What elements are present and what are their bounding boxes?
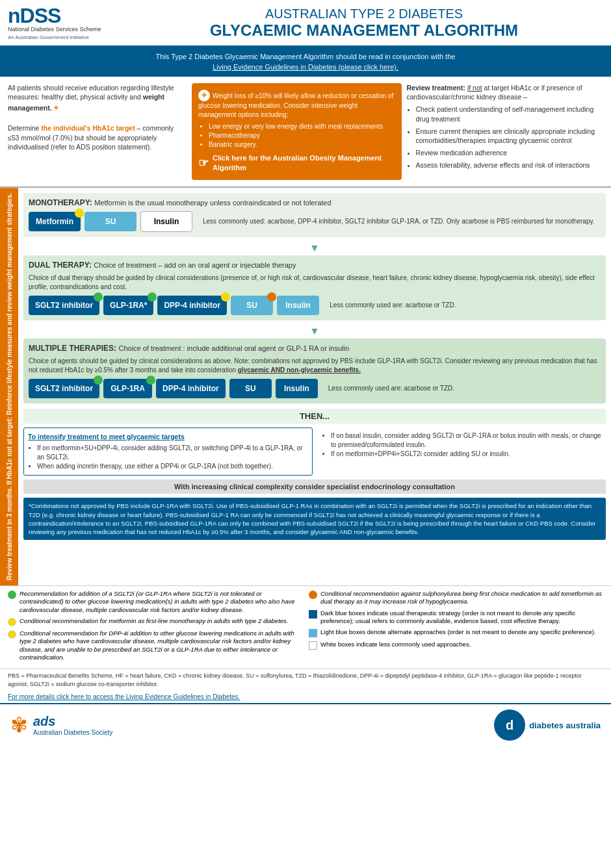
glp1ra-multi-dot [146,376,155,385]
ads-icon: ✾ [10,713,28,737]
legend-text-orange: Conditional recommendation against sulph… [320,590,603,606]
legend-section: Recommendation for addition of a SGLT2i … [0,585,611,669]
page-title-line2: GLYCAEMIC MANAGEMENT ALGORITHM [125,21,603,40]
da-circle: d [494,709,525,741]
obesity-link[interactable]: ☞ Click here for the Australian Obesity … [198,153,395,173]
info-right-panel: Review treatment: if not at target HbA1c… [407,83,604,180]
legend-dot-yellow2 [8,630,16,639]
dual-choice-text: Choice of dual therapy should be guided … [29,274,601,292]
legend-box-dark [309,610,317,619]
arrow-dual-multi: ▼ [23,326,606,337]
glp1ra-dot [148,292,157,301]
info-right-item2: Ensure current therapies are clinically … [416,127,604,146]
monotherapy-note: Less commonly used: acarbose, DPP-4 inhi… [196,217,601,226]
dual-therapy-title: DUAL THERAPY: Choice of treatment – add … [29,261,601,270]
page-title-block: AUSTRALIAN TYPE 2 DIABETES GLYCAEMIC MAN… [125,6,603,40]
info-right-item4: Assess tolerability, adverse effects and… [416,160,604,170]
legend-text-yellow: Conditional recommendation for metformin… [20,617,288,625]
ndss-logo-text: nDSS [8,5,112,26]
ndss-logo: nDSS National Diabetes Services Scheme A… [8,5,112,40]
legend-dot-orange [309,591,317,599]
info-center-panel: +Weight loss of ≥10% will likely allow a… [192,83,402,180]
monotherapy-title: MONOTHERAPY: Metformin is the usual mono… [29,198,601,207]
intensify-left-item1: If on metformin+SU+DPP-4i, consider addi… [37,444,308,462]
da-text: diabetes australia [529,721,601,731]
info-right-item1: Check patient understanding of self-mana… [416,105,604,123]
monotherapy-section: MONOTHERAPY: Metformin is the usual mono… [23,193,606,237]
ndss-gov-label: An Australian Government Initiative [8,34,112,40]
header: nDSS National Diabetes Services Scheme A… [0,0,611,47]
dual-therapy-section: DUAL THERAPY: Choice of treatment – add … [23,255,606,320]
algorithm-content: MONOTHERAPY: Metformin is the usual mono… [18,188,611,585]
side-label: Review treatment in 3 months. If HbA1c n… [0,188,18,585]
legend-left: Recommendation for addition of a SGLT2i … [8,590,302,665]
intensify-right-panel: If on basal insulin, consider adding SGL… [318,428,606,476]
ndss-full-name: National Diabetes Services Scheme [8,26,112,33]
legend-box-light [309,629,317,637]
notice-bar: This Type 2 Diabetes Glycaemic Managemen… [0,47,611,77]
info-left-para2: Determine the individual's HbA1c target … [8,123,187,152]
legend-item-white: White boxes indicate less commonly used … [309,641,603,650]
legend-right: Conditional recommendation against sulph… [309,590,603,665]
legend-dot-green [8,591,16,599]
info-center-list: Low energy or very low energy diets with… [209,122,395,149]
then-text: THEN... [26,411,603,421]
notice-text: This Type 2 Diabetes Glycaemic Managemen… [156,53,456,60]
legend-item-orange: Conditional recommendation against sulph… [309,590,603,606]
multi-drug-row: SGLT2 inhibitor GLP-1RA DPP-4 inhibitor … [29,379,601,398]
legend-text-lightblue: Light blue boxes denote alternate approa… [320,628,596,636]
drug-dpp4-multi: DPP-4 inhibitor [156,379,226,398]
legend-text-darkblue: Dark blue boxes indicate usual therapeut… [320,609,603,626]
info-right-title: Review treatment: if not at target HbA1c… [407,83,604,102]
info-center-item1: Low energy or very low energy diets with… [209,122,395,131]
multi-choice-text: Choice of agents should be guided by cli… [29,357,601,375]
drug-insulin-dual: Insulin [277,296,319,315]
ads-logo-block: ✾ ads Australian Diabetes Society [10,713,112,737]
metformin-dot [75,209,84,218]
page-title-line1: AUSTRALIAN TYPE 2 DIABETES [125,6,603,21]
drug-glp1ra-dual: GLP-1RA* [103,296,153,315]
complexity-bar: With increasing clinical complexity cons… [23,479,606,494]
drug-insulin-multi: Insulin [276,379,318,398]
info-left-para1: All patients should receive education re… [8,83,187,114]
drug-metformin: Metformin [29,212,81,231]
sglt2-multi-dot [94,376,103,385]
intensify-right-list: If on basal insulin, consider adding SGL… [331,431,602,459]
multi-note: Less commonly used are: acarbose or TZD. [322,384,601,393]
multiple-therapies-section: MULTIPLE THERAPIES: Choice of treatment … [23,338,606,403]
legend-text-green: Recommendation for addition of a SGLT2i … [20,590,302,614]
pbs-note: PBS = Pharmaceutical Benefits Scheme, HF… [0,669,611,691]
legend-text-yellow2: Conditional recommendation for DPP-4i ad… [20,630,302,661]
ads-text-block: ads Australian Diabetes Society [33,714,112,736]
info-section: All patients should receive education re… [0,77,611,188]
info-right-list: Check patient understanding of self-mana… [416,105,604,170]
drug-glp1ra-multi: GLP-1RA [103,379,152,398]
sglt2-dot [94,292,103,301]
main-content: Review treatment in 3 months. If HbA1c n… [0,188,611,585]
notice-link[interactable]: Living Evidence Guidelines in Diabetes (… [213,63,398,71]
drug-sglt2-multi: SGLT2 inhibitor [29,379,99,398]
arrow-mono-dual: ▼ [23,242,606,254]
then-box: THEN... [23,409,606,424]
footnote-block: *Combinations not approved by PBS includ… [23,498,606,540]
legend-item-yellow-mono: Conditional recommendation for metformin… [8,617,302,626]
multiple-therapies-title: MULTIPLE THERAPIES: Choice of treatment … [29,344,601,353]
intensify-left-panel: To intensify treatment to meet glycaemic… [23,428,313,476]
intensify-right-item2: If on metformin+DPP4i+SGLT2i consider ad… [331,450,602,459]
drug-su-dual: SU [231,296,273,315]
footer: ✾ ads Australian Diabetes Society d diab… [0,703,611,746]
intensify-left-item2: When adding incretin therapy, use either… [37,462,308,471]
legend-item-green: Recommendation for addition of a SGLT2i … [8,590,302,614]
drug-insulin-mono: Insulin [140,211,192,232]
drug-su-multi: SU [229,379,272,398]
ads-logo-symbol: ✾ [10,713,28,737]
info-center-item3: Bariatric surgery. [209,140,395,149]
dpp4-dot [221,292,230,301]
ads-full: Australian Diabetes Society [33,729,112,736]
ads-name: ads [33,714,112,729]
intensify-left-list: If on metformin+SU+DPP-4i, consider addi… [37,444,308,471]
more-details-link[interactable]: For more details click here to access th… [0,691,611,703]
legend-dot-yellow [8,618,16,626]
drug-sglt2-dual: SGLT2 inhibitor [29,296,99,315]
legend-item-lightblue: Light blue boxes denote alternate approa… [309,628,603,637]
